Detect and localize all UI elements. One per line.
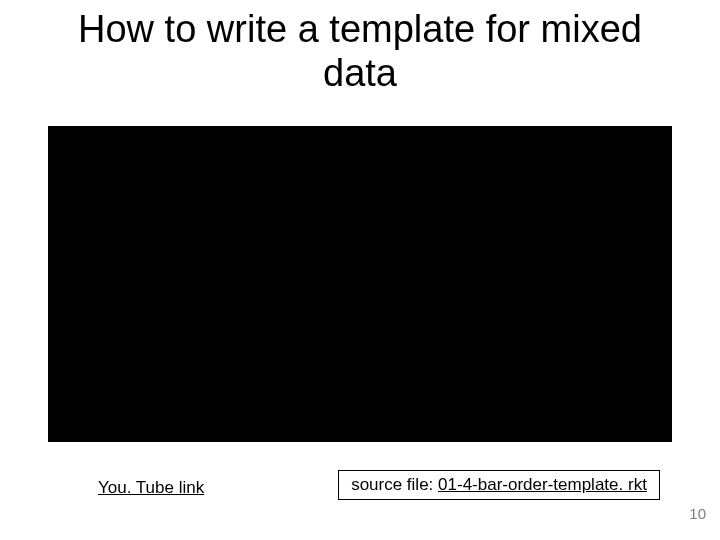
slide-title: How to write a template for mixed data	[0, 8, 720, 95]
video-placeholder[interactable]	[48, 126, 672, 442]
page-number: 10	[689, 505, 706, 522]
slide: How to write a template for mixed data Y…	[0, 0, 720, 540]
youtube-link[interactable]: You. Tube link	[98, 478, 204, 498]
source-file-label: source file:	[351, 475, 438, 494]
source-file-name[interactable]: 01-4-bar-order-template. rkt	[438, 475, 647, 494]
source-file-box: source file: 01-4-bar-order-template. rk…	[338, 470, 660, 500]
